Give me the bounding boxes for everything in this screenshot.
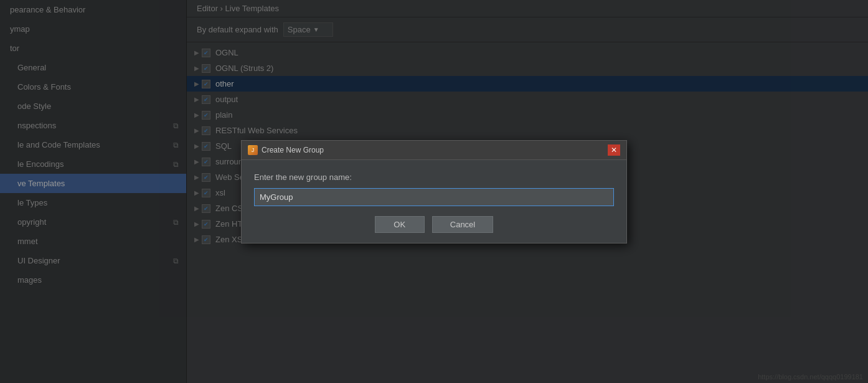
create-group-dialog: J Create New Group ✕ Enter the new group… xyxy=(241,140,627,244)
group-name-input[interactable] xyxy=(254,188,614,206)
modal-titlebar: J Create New Group ✕ xyxy=(242,141,626,160)
modal-overlay: J Create New Group ✕ Enter the new group… xyxy=(0,0,868,383)
modal-prompt: Enter the new group name: xyxy=(254,173,614,182)
modal-title-left: J Create New Group xyxy=(248,145,324,155)
modal-title: Create New Group xyxy=(262,146,324,154)
modal-buttons: OK Cancel xyxy=(254,216,614,233)
close-button[interactable]: ✕ xyxy=(608,144,620,156)
modal-body: Enter the new group name: OK Cancel xyxy=(242,160,626,243)
ok-button[interactable]: OK xyxy=(375,216,425,233)
dialog-icon: J xyxy=(248,145,258,155)
cancel-button[interactable]: Cancel xyxy=(432,216,493,233)
